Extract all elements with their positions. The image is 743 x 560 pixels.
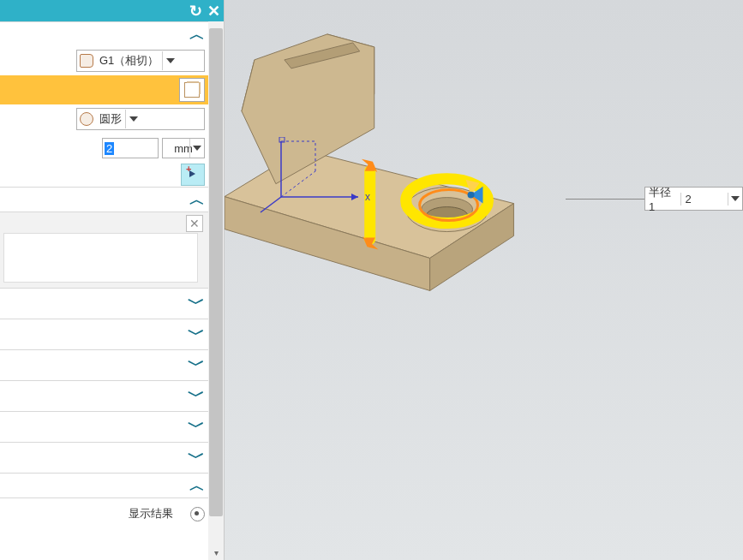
chevron-down-icon: ﹀ [188,446,205,469]
point-tool-button[interactable] [181,164,205,186]
scroll-down-icon[interactable]: ▾ [208,545,224,560]
chevron-up-icon: ︿ [189,24,205,45]
collapsed-section-2[interactable]: ﹀ [0,319,224,349]
svg-point-17 [468,192,475,199]
selection-row[interactable] [0,75,224,104]
chevron-down-icon [162,51,178,70]
shape-row: 圆形 [0,104,224,134]
radius-input[interactable]: 2 [102,138,159,158]
show-result-radio[interactable] [190,507,205,521]
panel-scrollbar[interactable]: ▴ ▾ [208,21,224,560]
result-section-header[interactable]: ︿ [0,473,224,497]
viewport[interactable]: x 半径 1 2 [225,0,743,560]
continuity-row: G1（相切） [0,46,224,75]
chevron-down-icon: ﹀ [188,415,205,438]
property-panel: ↺ ✕ ︿ G1（相切） [0,0,225,560]
chevron-up-icon: ︿ [189,475,205,496]
close-icon[interactable]: ✕ [207,2,220,21]
callout-dropdown[interactable] [728,196,742,201]
show-result-label: 显示结果 [129,506,173,521]
radius-row: 2 mm [0,134,224,163]
callout-leader [566,199,644,200]
chevron-down-icon: ﹀ [188,292,205,315]
chevron-down-icon: ﹀ [188,354,205,377]
panel-body: ︿ G1（相切） 圆形 [0,21,224,560]
radius-value: 2 [105,142,114,155]
show-result-row: 显示结果 [0,497,224,529]
clear-list-button[interactable]: ✕ [186,215,203,232]
callout-value-input[interactable]: 2 [680,193,728,206]
point-tool-row [0,163,224,187]
shape-combo[interactable]: 圆形 [76,108,205,130]
shape-icon [79,111,94,127]
chevron-down-icon [189,139,204,158]
collapsed-section-6[interactable]: ﹀ [0,442,224,473]
continuity-combo[interactable]: G1（相切） [76,50,205,72]
radius-callout: 半径 1 2 [566,187,743,211]
cube-icon [184,82,200,98]
model-3d [225,0,743,559]
callout-label: 半径 1 [645,185,680,213]
select-body-button[interactable] [179,78,205,102]
continuity-icon [79,53,94,69]
shape-label: 圆形 [96,111,125,127]
chevron-up-icon: ︿ [189,189,205,210]
collapsed-section-5[interactable]: ﹀ [0,411,224,442]
panel-header: ↺ ✕ [0,0,224,21]
edge-list-content[interactable] [3,233,198,283]
collapsed-section-4[interactable]: ﹀ [0,380,224,411]
unit-combo[interactable]: mm [162,138,205,158]
chevron-down-icon [125,110,141,128]
collapsed-section-3[interactable]: ﹀ [0,349,224,380]
continuity-label: G1（相切） [96,53,162,69]
chevron-down-icon [731,196,740,201]
undo-icon[interactable]: ↺ [189,2,202,21]
section-header-top[interactable]: ︿ [0,21,224,46]
list-section-header[interactable]: ︿ [0,187,224,211]
chevron-down-icon: ﹀ [188,384,205,408]
chevron-down-icon: ﹀ [188,323,205,346]
edge-list: ✕ [0,211,224,288]
collapsed-section-1[interactable]: ﹀ [0,288,224,319]
callout-box: 半径 1 2 [644,187,743,211]
scroll-thumb[interactable] [209,28,223,516]
